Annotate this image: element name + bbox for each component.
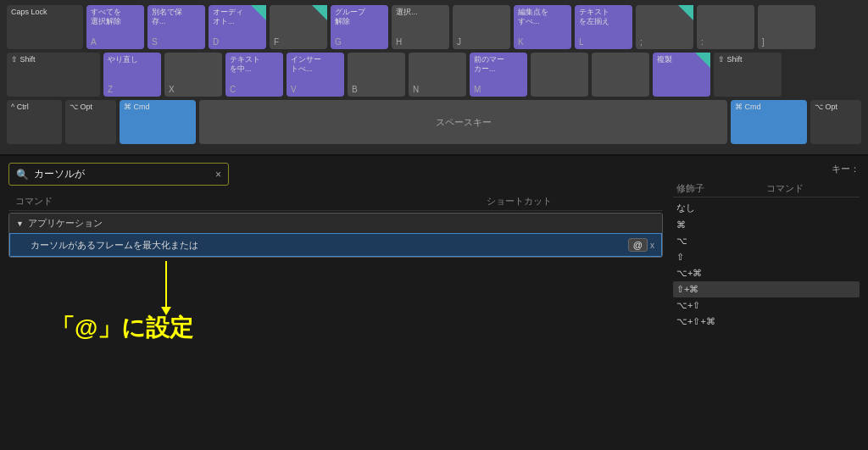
result-row[interactable]: カーソルがあるフレームを最大化または @ x (9, 233, 662, 257)
key-g[interactable]: グループ解除 G (331, 5, 388, 49)
key-s[interactable]: 別名で保存... S (147, 5, 205, 49)
modifier-name: なし (676, 202, 766, 214)
modifier-name: ⌥+⌘ (676, 268, 766, 279)
keyboard-section: Caps Lock すべてを選択解除 A 別名で保存... S オーディオト..… (0, 0, 868, 156)
key-bracket[interactable]: ] (758, 5, 815, 49)
modifier-name: ⌥+⇧ (676, 300, 766, 311)
col-command-header: コマンド (15, 195, 487, 208)
search-text: カーソルが (34, 167, 215, 181)
modifier-name: ⌘ (676, 219, 766, 231)
col-shortcut-header: ショートカット (487, 195, 656, 208)
key-l[interactable]: テキストを左揃え L (575, 5, 632, 49)
modifier-row[interactable]: なし (673, 199, 860, 217)
caps-lock-key[interactable]: Caps Lock (7, 5, 83, 49)
key-label-header: キー： (673, 163, 860, 175)
modifier-row[interactable]: ⌥ (673, 233, 860, 249)
cmd-left-key[interactable]: ⌘ Cmd (120, 100, 196, 144)
key-j[interactable]: J (453, 5, 510, 49)
modifier-command (766, 236, 856, 247)
teal-corner-semi (678, 5, 693, 20)
key-m[interactable]: 前のマーカー... M (470, 53, 527, 97)
modifier-name: ⌥ (676, 236, 766, 247)
key-k[interactable]: 編集点をすべ... K (514, 5, 571, 49)
group-expand-icon[interactable]: ▼ (16, 219, 24, 228)
modifier-command (766, 219, 856, 231)
search-bar[interactable]: 🔍 カーソルが × (8, 163, 229, 186)
key-d[interactable]: オーディオト... D (209, 5, 266, 49)
teal-corner-slash (695, 53, 710, 68)
key-row-1: Caps Lock すべてを選択解除 A 別名で保存... S オーディオト..… (7, 5, 861, 49)
annotation-area: 「@」に設定 (8, 261, 663, 354)
modifier-command (766, 300, 856, 311)
command-col-header: コマンド (766, 182, 856, 195)
key-colon[interactable]: : (697, 5, 754, 49)
modifier-command (766, 202, 856, 214)
key-z[interactable]: やり直し Z (103, 53, 161, 97)
modifier-rows: なし⌘⌥⇧⌥+⌘⇧+⌘⌥+⇧⌥+⇧+⌘ (673, 199, 860, 330)
key-a[interactable]: すべてを選択解除 A (86, 5, 144, 49)
modifier-name: ⌥+⇧+⌘ (676, 316, 766, 327)
modifier-name: ⇧ (676, 252, 766, 263)
modifier-command (766, 268, 856, 279)
key-row-3: ^ Ctrl ⌥ Opt ⌘ Cmd スペースキー ⌘ Cmd ⌥ Opt (7, 100, 861, 144)
modifier-row[interactable]: ⇧ (673, 249, 860, 265)
key-row-2: ⇧ Shift やり直し Z X テキストを中... C インサートべ... V… (7, 53, 861, 97)
modifier-col-header: 修飾子 (676, 182, 766, 195)
modifier-command (766, 316, 856, 327)
modifier-row[interactable]: ⌥+⇧ (673, 297, 860, 314)
teal-corner-d (251, 5, 266, 20)
key-f[interactable]: F (270, 5, 327, 49)
key-semicolon[interactable]: ; (636, 5, 693, 49)
arrow-line (165, 261, 167, 308)
modifier-header: 修飾子 コマンド (673, 181, 860, 197)
right-panel: キー： 修飾子 コマンド なし⌘⌥⇧⌥+⌘⇧+⌘⌥+⇧⌥+⇧+⌘ (673, 163, 860, 330)
key-c[interactable]: テキストを中... C (225, 53, 283, 97)
modifier-row[interactable]: ⇧+⌘ (673, 281, 860, 297)
key-slash[interactable]: 複製 (653, 53, 710, 97)
modifier-command (766, 284, 856, 295)
modifier-row[interactable]: ⌥+⌘ (673, 265, 860, 281)
table-header: コマンド ショートカット (8, 192, 663, 211)
ctrl-key[interactable]: ^ Ctrl (7, 100, 62, 144)
opt-right-key[interactable]: ⌥ Opt (810, 100, 861, 144)
result-command-text: カーソルがあるフレームを最大化または (31, 239, 628, 252)
cmd-right-key[interactable]: ⌘ Cmd (731, 100, 807, 144)
teal-corner-f (312, 5, 327, 20)
key-b[interactable]: B (348, 53, 405, 97)
shortcut-at-badge: @ (628, 238, 648, 252)
search-icon: 🔍 (16, 169, 29, 181)
group-label: アプリケーション (28, 217, 103, 230)
shortcut-badge: @ x (628, 238, 654, 252)
key-v[interactable]: インサートべ... V (287, 53, 344, 97)
key-period[interactable] (592, 53, 649, 97)
key-n[interactable]: N (409, 53, 466, 97)
results-section: ▼ アプリケーション カーソルがあるフレームを最大化または @ x (8, 213, 663, 258)
key-comma[interactable] (531, 53, 588, 97)
key-x[interactable]: X (164, 53, 222, 97)
group-header: ▼ アプリケーション (9, 214, 662, 233)
modifier-row[interactable]: ⌘ (673, 217, 860, 233)
opt-left-key[interactable]: ⌥ Opt (65, 100, 116, 144)
shift-left-key[interactable]: ⇧ Shift (7, 53, 100, 97)
bottom-section: 🔍 カーソルが × コマンド ショートカット ▼ アプリケーション カーソルがあ… (0, 156, 868, 361)
key-h[interactable]: 選択... H (392, 5, 449, 49)
modifier-row[interactable]: ⌥+⇧+⌘ (673, 314, 860, 330)
shift-right-key[interactable]: ⇧ Shift (714, 53, 782, 97)
search-clear-button[interactable]: × (215, 169, 221, 181)
modifier-command (766, 252, 856, 263)
space-key[interactable]: スペースキー (199, 100, 727, 144)
shortcut-clear-button[interactable]: x (650, 241, 654, 250)
caps-lock-label: Caps Lock (11, 8, 47, 17)
modifier-name: ⇧+⌘ (676, 284, 766, 295)
left-panel: 🔍 カーソルが × コマンド ショートカット ▼ アプリケーション カーソルがあ… (8, 163, 663, 354)
annotation-text: 「@」に設定 (51, 312, 193, 344)
